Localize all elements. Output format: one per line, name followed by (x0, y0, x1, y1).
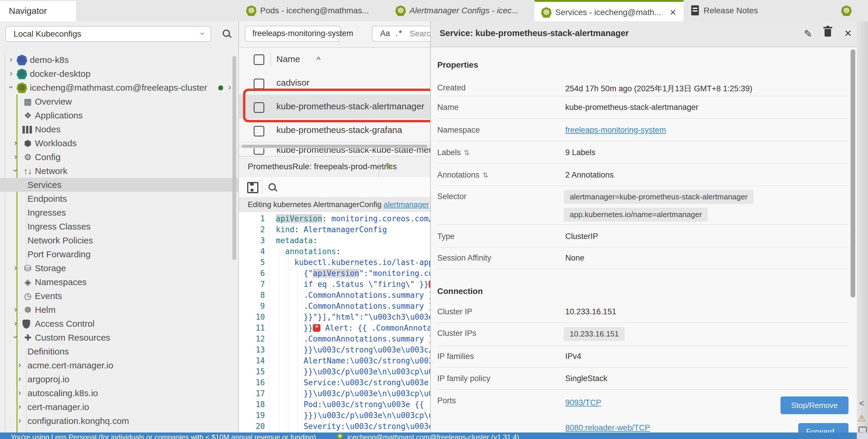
chevron-right-icon[interactable]: › (14, 318, 17, 328)
chevron-right-icon[interactable]: › (228, 82, 231, 92)
code-line[interactable]: 1apiVersion: monitoring.coreos.com/v1 (239, 213, 430, 224)
table-horizontal-scrollbar[interactable] (239, 144, 430, 148)
sidebar-item-ingresses[interactable]: Ingresses (0, 206, 238, 220)
sidebar-item-icecheng-mathmast-com-freeleaps-cluster[interactable]: ›☸icecheng@mathmast.com@freeleaps-cluste… (0, 81, 238, 95)
sidebar-item-namespaces[interactable]: ◈Namespaces (0, 275, 238, 289)
sidebar-item-acme-cert-manager-io[interactable]: ›acme.cert-manager.io (0, 358, 238, 372)
chevron-right-icon[interactable]: › (14, 138, 17, 147)
sort-asc-icon[interactable]: ^ (316, 55, 320, 65)
sidebar-item-network-policies[interactable]: Network Policies (0, 233, 238, 247)
search-icon[interactable] (223, 30, 230, 37)
edit-icon[interactable]: ✎ (804, 28, 812, 40)
sidebar-item-argoproj-io[interactable]: ›argoproj.io (0, 372, 238, 386)
code-line[interactable]: 7 if eq .Status \"firing\" }} (239, 279, 430, 290)
port-link-8080[interactable]: 8080:reloader-web/TCP (565, 423, 650, 433)
search-input[interactable]: Aa .* Search (372, 26, 430, 42)
edit-icon[interactable]: ✎ (385, 161, 394, 172)
code-line[interactable]: 19 }})\u003c/p\u003e\n\u003cp\u00 (239, 410, 430, 421)
regex-toggle[interactable]: .* (396, 28, 403, 38)
collapse-chevron-icon[interactable]: < (859, 398, 864, 408)
code-line[interactable]: 12 .CommonAnnotations.summary }}- (239, 334, 430, 344)
sidebar-item-endpoints[interactable]: Endpoints (0, 192, 238, 206)
sidebar-item-configuration-konghq-com[interactable]: ›configuration.konghq.com (0, 414, 238, 428)
close-tab-icon[interactable]: ✕ (670, 8, 676, 18)
sidebar-item-demo-k8s[interactable]: ›☸demo-k8s (0, 53, 238, 67)
tab-alertmanager-configs[interactable]: ☸ Alertmanager Configs - icec... (389, 0, 535, 21)
sidebar-item-custom-resources[interactable]: ›✚Custom Resources (0, 331, 238, 344)
chevron-right-icon[interactable]: › (14, 263, 17, 272)
active-cluster-text[interactable]: icecheng@mathmast.com@freeleaps-cluster … (347, 433, 519, 439)
code-line[interactable]: 16 Service:\u003c/strong\u003e {- (239, 377, 430, 388)
stop-remove-button[interactable]: Stop/Remove (780, 397, 848, 414)
chevron-right-icon[interactable]: › (18, 416, 21, 425)
sidebar-item-events[interactable]: ◷Events (0, 289, 238, 303)
column-header-name[interactable]: Name (276, 54, 300, 64)
tab-services[interactable]: ☸ Services - icecheng@math... ✕ (534, 0, 684, 21)
chevron-down-icon[interactable]: › (11, 169, 21, 172)
expand-toggle-icon[interactable]: ⇅ (464, 148, 470, 157)
chevron-right-icon[interactable]: › (18, 374, 21, 383)
chevron-down-icon[interactable]: › (6, 86, 16, 88)
code-line[interactable]: 15 }}\u003c/p\u003e\n\u003cp\u003 (239, 366, 430, 377)
sidebar-item-helm[interactable]: ›☸Helm (0, 303, 238, 317)
chevron-right-icon[interactable]: › (14, 305, 17, 314)
code-line[interactable]: 9 .CommonAnnotations.summary }}- (239, 301, 430, 312)
code-line[interactable]: 8 .CommonAnnotations.summary }}- (239, 290, 430, 301)
alertmanager-link[interactable]: alertmanager (384, 200, 429, 209)
match-case-toggle[interactable]: Aa (380, 29, 390, 38)
warning-icon[interactable]: ⚠ (858, 413, 866, 423)
code-line[interactable]: 13 }}\u003c/strong\u003e\u003c/h3 (239, 344, 430, 356)
sidebar-item-ingress-classes[interactable]: Ingress Classes (0, 220, 238, 233)
sidebar-item-applications[interactable]: ❖Applications (0, 108, 238, 122)
search-icon[interactable] (269, 183, 276, 191)
sidebar-item-autoscaling-k8s-io[interactable]: ›autoscaling.k8s.io (0, 386, 238, 400)
select-all-checkbox[interactable] (254, 54, 264, 65)
drawer-scrollbar[interactable] (850, 21, 855, 433)
expand-toggle-icon[interactable]: ⇅ (483, 171, 488, 179)
yaml-editor[interactable]: 1apiVersion: monitoring.coreos.com/v12ki… (239, 212, 430, 433)
namespace-select[interactable]: freeleaps-monitoring-system › (245, 26, 341, 42)
sidebar-item-nodes[interactable]: Nodes (0, 122, 238, 136)
chevron-right-icon[interactable]: › (10, 55, 12, 64)
code-line[interactable]: 11 }} Alert: {{ .CommonAnnotati (239, 323, 430, 334)
sidebar-item-port-forwarding[interactable]: Port Forwarding (0, 247, 238, 261)
code-line[interactable]: 4 annotations: (239, 246, 430, 257)
sidebar-item-workloads[interactable]: ›⬢Workloads (0, 136, 238, 150)
sidebar-item-overview[interactable]: ▦Overview (0, 95, 238, 108)
forward-button[interactable]: Forward... (798, 423, 848, 433)
code-line[interactable]: 10 }}"}],"html":"\u003ch3\u003e\u (239, 312, 430, 323)
code-line[interactable]: 14 AlertName:\u003c/strong\u003e (239, 356, 430, 366)
namespace-link[interactable]: freeleaps-monitoring-system (565, 126, 666, 135)
table-row[interactable]: kube-prometheus-stack-grafana (239, 119, 430, 142)
code-line[interactable]: 5 kubectl.kubernetes.io/last-applied-con… (239, 257, 430, 268)
sidebar-item-access-control[interactable]: ›Access Control (0, 317, 238, 331)
row-checkbox[interactable] (254, 78, 264, 89)
sidebar-item-docker-desktop[interactable]: ›☸docker-desktop (0, 67, 238, 81)
chevron-right-icon[interactable]: › (18, 360, 21, 370)
chevron-right-icon[interactable]: › (14, 152, 17, 161)
sidebar-item-storage[interactable]: ›⛁Storage (0, 261, 238, 275)
chevron-right-icon[interactable]: › (18, 402, 21, 411)
save-icon[interactable] (247, 182, 258, 193)
code-line[interactable]: 6 {"apiVersion":"monitoring.coreos.com/v… (239, 268, 430, 279)
tab-release-notes[interactable]: Release Notes (684, 0, 832, 21)
sidebar-item-config[interactable]: ›⚙Config (0, 150, 238, 164)
row-checkbox[interactable] (254, 126, 264, 136)
chevron-right-icon[interactable]: › (18, 388, 21, 397)
tab-partial[interactable]: ☸ (832, 0, 857, 21)
sidebar-scrollbar[interactable] (232, 21, 236, 433)
code-line[interactable]: 17 }}\u003c/p\u003e\n\u003cp\u003 (239, 388, 430, 399)
sidebar-item-network[interactable]: ›↑↓Network (0, 164, 238, 178)
kubeconfig-select[interactable]: Local Kubeconfigs › (5, 26, 211, 42)
sidebar-item-services[interactable]: Services (0, 178, 238, 192)
code-line[interactable]: 20 Severity:\u003c/strong\u003e - (239, 421, 430, 432)
code-line[interactable]: 2kind: AlertmanagerConfig (239, 224, 430, 235)
chevron-right-icon[interactable]: › (10, 69, 12, 78)
code-line[interactable]: 3metadata: (239, 235, 430, 246)
sidebar-item-definitions[interactable]: Definitions (0, 344, 238, 358)
port-link-9093[interactable]: 9093/TCP (565, 398, 601, 407)
tab-pods[interactable]: ☸ Pods - icecheng@mathmas... (240, 0, 389, 21)
sidebar-item-cert-manager-io[interactable]: ›cert-manager.io (0, 400, 238, 414)
chevron-down-icon[interactable]: › (11, 336, 21, 338)
code-line[interactable]: 18 Pod:\u003c/strong\u003e {{ .Co (239, 399, 430, 410)
